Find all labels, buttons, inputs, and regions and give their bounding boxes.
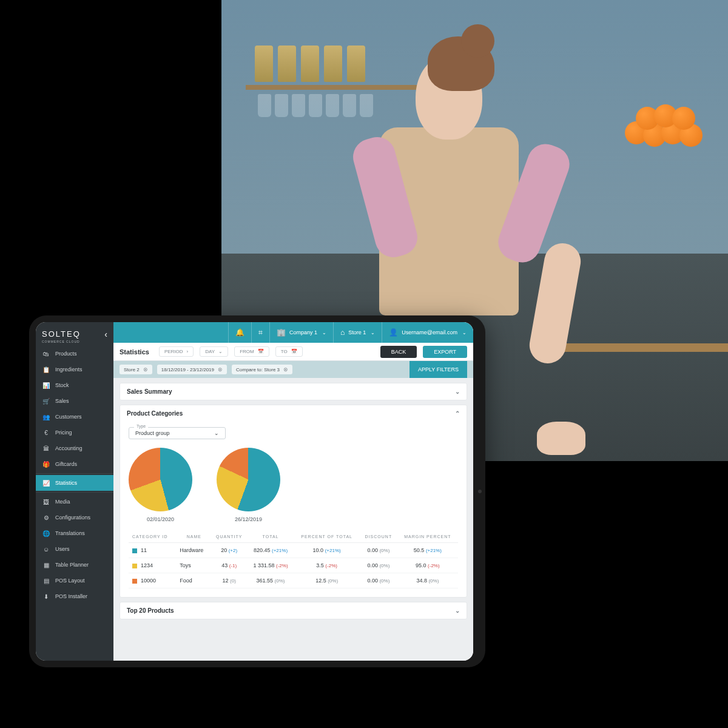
sliders-icon: ⚙ (42, 514, 50, 521)
image-icon: 🖼 (42, 498, 50, 505)
sidebar-item-customers[interactable]: 👥Customers (36, 409, 113, 425)
nav-label: Statistics (55, 480, 77, 486)
panel-header-sales-summary[interactable]: Sales Summary ⌄ (120, 383, 467, 400)
col-name: NAME (177, 531, 211, 543)
nav-label: Table Planner (55, 562, 89, 568)
col-quantity: QUANTITY (211, 531, 248, 543)
store-selector[interactable]: ⌂Store 1⌄ (333, 322, 382, 343)
sidebar-item-stock[interactable]: 📊Stock (36, 377, 113, 393)
panel-header-top20[interactable]: Top 20 Products ⌄ (120, 602, 467, 619)
back-button[interactable]: BACK (380, 346, 417, 358)
col-discount: DISCOUNT (360, 531, 397, 543)
panel-sales-summary: Sales Summary ⌄ (120, 383, 467, 400)
close-icon[interactable]: ⊗ (143, 366, 148, 372)
nav-label: POS Installer (55, 593, 87, 599)
color-swatch (132, 579, 137, 584)
company-selector[interactable]: 🏢Company 1⌄ (269, 322, 333, 343)
sidebar-item-table-planner[interactable]: ▦Table Planner (36, 557, 113, 573)
nav-label: Pricing (55, 430, 72, 436)
panel-title: Top 20 Products (127, 607, 174, 614)
pie-chart-current (129, 448, 192, 511)
sidebar-item-sales[interactable]: 🛒Sales (36, 393, 113, 409)
chevron-down-icon: ⌄ (322, 330, 326, 335)
sidebar-item-accounting[interactable]: 🏛Accounting (36, 440, 113, 456)
camera-icon (478, 490, 482, 493)
table-header-row: CATEGORY ID NAME QUANTITY TOTAL PERCENT … (129, 531, 458, 543)
apply-filters-button[interactable]: APPLY FILTERS (410, 361, 467, 378)
building-icon: 🏢 (277, 328, 286, 337)
chevron-right-icon: › (187, 349, 189, 354)
day-selector[interactable]: DAY⌄ (200, 346, 228, 357)
category-table: CATEGORY ID NAME QUANTITY TOTAL PERCENT … (129, 531, 458, 588)
panel-header-product-categories[interactable]: Product Categories ⌃ (120, 405, 467, 422)
sidebar-item-media[interactable]: 🖼Media (36, 494, 113, 510)
close-icon[interactable]: ⊗ (283, 366, 288, 372)
sidebar-item-configurations[interactable]: ⚙Configurations (36, 510, 113, 525)
brand-subtitle: COMMERCE CLOUD (42, 340, 81, 343)
filter-chip-daterange[interactable]: 18/12/2019 - 23/12/2019⊗ (157, 365, 227, 374)
table-row[interactable]: 1234Toys43 (-1)1 331.58 (-2%)3.5 (-2%)0.… (129, 558, 458, 573)
type-selector[interactable]: Type Product group⌄ (129, 427, 226, 439)
sidebar-item-pricing[interactable]: €Pricing (36, 425, 113, 440)
user-label: Username@email.com (402, 329, 457, 335)
page-title: Statistics (120, 348, 149, 356)
bell-icon: 🔔 (235, 328, 244, 337)
pie-date-label: 26/12/2019 (235, 516, 262, 522)
notifications-button[interactable]: 🔔 (228, 322, 251, 343)
nav-label: Configurations (55, 514, 90, 521)
nav-label: Accounting (55, 445, 83, 451)
type-selector-value: Product group (135, 430, 170, 436)
sidebar-item-ingredients[interactable]: 📋Ingredients (36, 362, 113, 377)
layout-icon: ▤ (42, 577, 50, 584)
scan-button[interactable]: ⌗ (251, 322, 269, 343)
company-label: Company 1 (289, 329, 317, 335)
filter-chip-store[interactable]: Store 2⊗ (120, 365, 152, 374)
filter-chip-compare[interactable]: Compare to: Store 3⊗ (232, 365, 292, 374)
sidebar: SOLTEQ COMMERCE CLOUD ‹ 🛍Products 📋Ingre… (36, 322, 113, 661)
sidebar-item-users[interactable]: ☺Users (36, 541, 113, 557)
sidebar-item-pos-layout[interactable]: ▤POS Layout (36, 573, 113, 588)
close-icon[interactable]: ⊗ (218, 366, 223, 372)
home-icon: ⌂ (340, 328, 345, 337)
download-icon: ⬇ (42, 593, 50, 600)
nav-label: Products (55, 351, 77, 357)
bank-icon: 🏛 (42, 445, 50, 452)
nav-label: Users (55, 546, 70, 552)
toolbar: Statistics PERIOD› DAY⌄ FROM📅 TO📅 BACK E… (113, 343, 473, 361)
sidebar-item-giftcards[interactable]: 🎁Giftcards (36, 456, 113, 472)
sidebar-item-products[interactable]: 🛍Products (36, 346, 113, 362)
gift-icon: 🎁 (42, 460, 50, 468)
chevron-up-icon: ⌃ (455, 410, 460, 417)
nav-label: Ingredients (55, 366, 83, 372)
period-selector[interactable]: PERIOD› (159, 346, 194, 357)
panel-product-categories: Product Categories ⌃ Type Product group⌄… (120, 405, 467, 598)
people-icon: 👥 (42, 413, 50, 420)
sidebar-item-statistics[interactable]: 📈Statistics (36, 475, 113, 491)
nav: 🛍Products 📋Ingredients 📊Stock 🛒Sales 👥Cu… (36, 346, 113, 604)
user-menu[interactable]: 👤Username@email.com⌄ (382, 322, 473, 343)
table-row[interactable]: 11Hardware20 (+2)820.45 (+21%)10.0 (+21%… (129, 543, 458, 558)
chevron-down-icon: ⌄ (371, 330, 375, 335)
calendar-icon: 📅 (291, 349, 297, 354)
barcode-icon: ⌗ (258, 328, 263, 337)
to-date-input[interactable]: TO📅 (275, 346, 303, 357)
col-category-id: CATEGORY ID (129, 531, 177, 543)
user-circle-icon: 👤 (389, 328, 398, 337)
brand-header: SOLTEQ COMMERCE CLOUD ‹ (36, 322, 113, 346)
sidebar-item-pos-installer[interactable]: ⬇POS Installer (36, 588, 113, 604)
pie-date-label: 02/01/2020 (147, 516, 174, 522)
nav-label: POS Layout (55, 578, 85, 584)
sidebar-item-translations[interactable]: 🌐Translations (36, 525, 113, 541)
export-button[interactable]: EXPORT (423, 346, 467, 358)
from-date-input[interactable]: FROM📅 (234, 346, 269, 357)
bars-icon: 📊 (42, 382, 50, 389)
panel-title: Product Categories (127, 410, 183, 417)
content-area: Sales Summary ⌄ Product Categories ⌃ Typ… (113, 378, 473, 661)
collapse-sidebar-icon[interactable]: ‹ (104, 329, 107, 339)
main-area: 🔔 ⌗ 🏢Company 1⌄ ⌂Store 1⌄ 👤Username@emai… (113, 322, 473, 661)
store-label: Store 1 (348, 329, 366, 335)
nav-label: Media (55, 499, 70, 505)
type-selector-label: Type (134, 424, 148, 428)
filter-chips-row: Store 2⊗ 18/12/2019 - 23/12/2019⊗ Compar… (113, 361, 473, 378)
table-row[interactable]: 10000Food12 (0)361.55 (0%)12.5 (0%)0.00 … (129, 573, 458, 588)
